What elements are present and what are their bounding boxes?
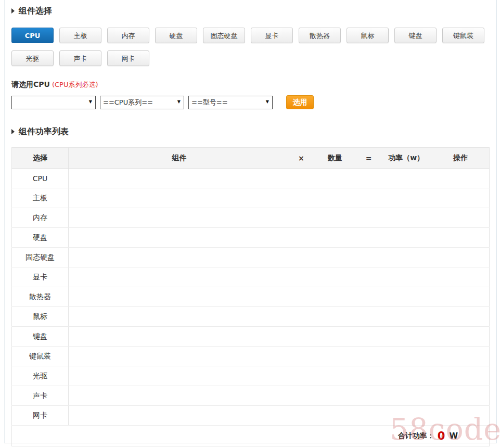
row-label-keyboard: 键盘 (12, 327, 69, 347)
cpu-picker-row: ▼ ==CPU系列== ▼ ==型号== ▼ 选用 (11, 95, 496, 109)
component-button-kb-mouse-set[interactable]: 键鼠装 (442, 28, 484, 43)
triangle-right-icon (11, 8, 15, 14)
brand-select[interactable] (11, 96, 96, 109)
row-empty-cells (68, 347, 489, 366)
col-header-equals-sign: = (357, 148, 380, 169)
component-button-mouse[interactable]: 鼠标 (347, 28, 389, 43)
col-header-quantity: 数量 (313, 148, 357, 169)
row-empty-cells (68, 366, 489, 386)
component-button-group: CPU 主板 内存 硬盘 固态硬盘 显卡 散热器 鼠标 键盘 键鼠装 光驱 声卡… (11, 28, 495, 66)
triangle-right-icon (11, 129, 15, 134)
row-label-hdd: 硬盘 (12, 228, 69, 248)
row-label-optical-drive: 光驱 (12, 366, 69, 386)
total-power-label: 合计功率： (398, 431, 434, 440)
row-empty-cells (68, 267, 489, 287)
row-empty-cells (68, 188, 489, 208)
row-empty-cells (68, 169, 489, 188)
col-header-multiply-sign: × (290, 148, 313, 169)
table-row: CPU (12, 169, 490, 188)
total-cell: 合计功率：0W (12, 426, 490, 446)
section-title-component-select: 组件选择 (11, 5, 496, 17)
model-select[interactable]: ==型号== (188, 96, 273, 109)
row-empty-cells (68, 287, 489, 307)
brand-select-wrap: ▼ (11, 96, 96, 109)
component-button-keyboard[interactable]: 键盘 (394, 28, 437, 43)
model-select-wrap: ==型号== ▼ (188, 96, 273, 109)
section-title-power-list: 组件功率列表 (11, 126, 496, 137)
total-row: 合计功率：0W (12, 426, 490, 446)
table-row: 主板 (12, 188, 490, 208)
apply-button[interactable]: 选用 (286, 95, 314, 109)
component-button-ssd[interactable]: 固态硬盘 (203, 28, 245, 43)
table-row: 显卡 (12, 267, 490, 287)
table-row: 键盘 (12, 327, 490, 347)
table-row: 固态硬盘 (12, 248, 490, 267)
component-button-cpu[interactable]: CPU (11, 28, 54, 43)
row-label-memory: 内存 (12, 208, 69, 228)
total-power-value: 0 (438, 430, 445, 442)
component-button-hdd[interactable]: 硬盘 (155, 28, 197, 43)
row-label-motherboard: 主板 (12, 188, 69, 208)
component-button-memory[interactable]: 内存 (107, 28, 149, 43)
row-empty-cells (68, 386, 489, 406)
power-table: 选择 组件 × 数量 = 功率（w） 操作 CPU 主板 内存 硬盘 固态硬盘 … (11, 147, 490, 446)
component-button-network-card[interactable]: 网卡 (107, 50, 149, 66)
component-button-sound-card[interactable]: 声卡 (59, 50, 101, 66)
row-empty-cells (68, 307, 489, 327)
cpu-picker-required-hint: (CPU系列必选) (52, 81, 98, 88)
row-empty-cells (68, 406, 489, 426)
row-label-mouse: 鼠标 (12, 307, 69, 327)
table-row: 硬盘 (12, 228, 490, 248)
section-title-text: 组件选择 (19, 6, 52, 17)
row-label-network-card: 网卡 (12, 406, 69, 426)
cpu-picker-label: 请选用CPU(CPU系列必选) (11, 80, 496, 89)
row-label-cpu: CPU (12, 169, 69, 188)
col-header-select: 选择 (12, 148, 69, 169)
row-label-cooler: 散热器 (12, 287, 69, 307)
row-label-ssd: 固态硬盘 (12, 248, 69, 267)
row-empty-cells (68, 327, 489, 347)
row-label-sound-card: 声卡 (12, 386, 69, 406)
row-label-gpu: 显卡 (12, 267, 69, 287)
table-row: 鼠标 (12, 307, 490, 327)
cpu-series-select-wrap: ==CPU系列== ▼ (100, 96, 184, 109)
table-row: 网卡 (12, 406, 490, 426)
cpu-picker-label-text: 请选用CPU (11, 80, 50, 88)
col-header-power: 功率（w） (380, 148, 432, 169)
table-row: 光驱 (12, 366, 490, 386)
component-button-optical-drive[interactable]: 光驱 (11, 50, 54, 66)
col-header-action: 操作 (432, 148, 490, 169)
section-title-text: 组件功率列表 (19, 126, 69, 137)
row-empty-cells (68, 208, 489, 228)
table-row: 键鼠装 (12, 347, 490, 366)
row-empty-cells (68, 248, 489, 267)
component-button-gpu[interactable]: 显卡 (251, 28, 293, 43)
table-header-row: 选择 组件 × 数量 = 功率（w） 操作 (12, 148, 490, 169)
total-power-unit: W (449, 431, 458, 441)
table-row: 散热器 (12, 287, 490, 307)
table-row: 内存 (12, 208, 490, 228)
row-empty-cells (68, 228, 489, 248)
cpu-series-select[interactable]: ==CPU系列== (100, 96, 184, 109)
component-button-motherboard[interactable]: 主板 (59, 28, 101, 43)
page-container: 组件选择 CPU 主板 内存 硬盘 固态硬盘 显卡 散热器 鼠标 键盘 键鼠装 … (4, 0, 497, 443)
col-header-component: 组件 (68, 148, 289, 169)
component-button-cooler[interactable]: 散热器 (299, 28, 341, 43)
table-row: 声卡 (12, 386, 490, 406)
row-label-kb-mouse-set: 键鼠装 (12, 347, 69, 366)
